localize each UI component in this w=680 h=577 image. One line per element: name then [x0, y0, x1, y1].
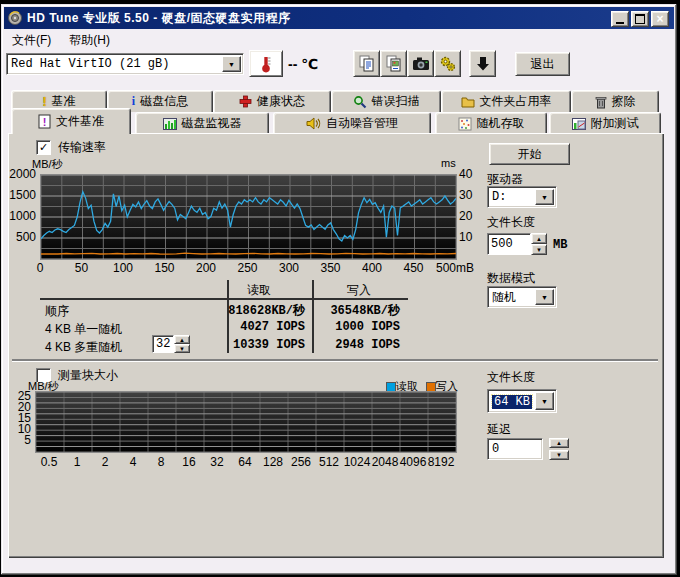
check-icon: ✓ — [39, 142, 48, 153]
drive-select-arrow[interactable]: ▼ — [222, 56, 241, 72]
tick-label: 350 — [311, 261, 351, 275]
block-size-label: 测量块大小 — [58, 367, 118, 384]
delay-up-button[interactable]: ▲ — [549, 438, 569, 448]
temperature-readout: -- ℃ — [288, 56, 318, 72]
tick-label: 400 — [352, 261, 392, 275]
data-mode-dropdown[interactable]: 随机 ▼ — [487, 286, 557, 308]
row-4k-multi-read: 10339 IOPS — [213, 338, 305, 352]
tab-label: 错误扫描 — [372, 93, 420, 110]
tick-label: 450 — [394, 261, 434, 275]
temperature-button[interactable] — [249, 50, 283, 77]
tick-label: 1500 — [8, 188, 36, 202]
tab-extra-tests[interactable]: 附加测试 — [549, 112, 661, 134]
tab-label: 磁盘信息 — [140, 93, 188, 110]
tab-file-benchmark[interactable]: ! 文件基准 — [11, 108, 131, 134]
queue-depth-value: 32 — [152, 335, 174, 353]
spin-up-button[interactable]: ▲ — [174, 335, 190, 344]
start-button[interactable]: 开始 — [489, 143, 570, 165]
tab-label: 附加测试 — [591, 115, 639, 132]
tab-random-access[interactable]: 随机存取 — [435, 112, 547, 134]
row-4k-single-write: 1000 IOPS — [314, 320, 400, 334]
table-header-rule — [40, 298, 408, 300]
tab-label: 擦除 — [612, 93, 636, 110]
drive-dropdown-value: D: — [488, 190, 533, 204]
magnifier-icon — [353, 95, 367, 109]
menu-file[interactable]: 文件(F) — [10, 31, 53, 50]
maximize-button[interactable] — [631, 11, 649, 27]
save-results-button[interactable] — [469, 50, 496, 77]
delay-value: 0 — [488, 442, 542, 456]
tab-health[interactable]: 健康状态 — [213, 90, 331, 112]
delay-down-button[interactable]: ▼ — [549, 450, 569, 460]
tab-label: 文件基准 — [56, 113, 104, 130]
extra-tests-icon — [572, 118, 586, 130]
row-sequential-read: 818628KB/秒 — [213, 302, 305, 319]
tick-label: 1000 — [8, 209, 36, 223]
section-divider — [12, 359, 658, 361]
copy-text-button[interactable] — [353, 50, 380, 77]
file-exclamation-icon: ! — [38, 114, 51, 129]
exit-button-label: 退出 — [531, 56, 555, 73]
options-button[interactable] — [434, 50, 461, 77]
top-chart-y2label: ms — [441, 157, 456, 169]
spin-down-button[interactable]: ▼ — [174, 344, 190, 353]
minimize-button[interactable] — [611, 11, 629, 27]
close-icon: × — [656, 13, 663, 25]
svg-text:!: ! — [43, 116, 47, 128]
spin-up-button[interactable]: ▲ — [531, 233, 547, 244]
close-button[interactable]: × — [651, 11, 669, 27]
data-mode-arrow[interactable]: ▼ — [535, 289, 554, 305]
row-sequential-label: 顺序 — [45, 303, 69, 320]
tab-folder-usage[interactable]: 文件夹占用率 — [441, 90, 571, 112]
delay-input[interactable]: 0 — [487, 438, 543, 460]
screenshot-button[interactable] — [407, 50, 434, 77]
table-header-read: 读取 — [209, 282, 309, 299]
info-icon: i — [132, 94, 135, 109]
tick-label: 20 — [459, 209, 479, 223]
folder-icon — [461, 96, 475, 108]
trash-icon — [595, 95, 607, 109]
file-length2-arrow[interactable]: ▼ — [535, 392, 554, 410]
drive-dropdown[interactable]: D: ▼ — [487, 186, 557, 208]
tick-label: 100 — [103, 261, 143, 275]
row-4k-multi-label: 4 KB 多重随机 — [45, 339, 122, 356]
chevron-down-icon: ▼ — [228, 61, 235, 68]
tab-label: 随机存取 — [477, 115, 525, 132]
tab-label: 健康状态 — [257, 93, 305, 110]
file-length-spinner[interactable]: 500 ▲ ▼ — [487, 233, 547, 255]
transfer-rate-option: ✓ 传输速率 — [36, 139, 106, 156]
tab-aam[interactable]: 自动噪音管理 — [273, 112, 431, 134]
transfer-rate-checkbox[interactable]: ✓ — [36, 140, 51, 155]
chevron-down-icon: ▼ — [541, 194, 548, 201]
data-mode-label: 数据模式 — [487, 270, 535, 287]
top-chart-ylabel: MB/秒 — [32, 157, 63, 172]
menu-bar: 文件(F) 帮助(H) — [4, 31, 674, 50]
file-benchmark-page: ✓ 传输速率 MB/秒 ms 200015001000500 40302010 … — [8, 133, 664, 558]
copy-text-icon — [358, 55, 375, 72]
thermometer-icon — [259, 54, 273, 74]
title-bar[interactable]: HD Tune 专业版 5.50 - 硬盘/固态硬盘实用程序 × — [4, 7, 674, 29]
delay-label: 延迟 — [487, 421, 511, 438]
exit-button[interactable]: 退出 — [515, 52, 570, 76]
gears-icon — [439, 55, 457, 73]
drive-select[interactable]: Red Hat VirtIO (21 gB) ▼ — [6, 53, 244, 75]
tick-label: 2000 — [8, 167, 36, 181]
menu-help[interactable]: 帮助(H) — [67, 31, 112, 50]
queue-depth-spinner[interactable]: 32 ▲ ▼ — [152, 335, 190, 353]
tab-disk-monitor[interactable]: 磁盘监视器 — [135, 112, 269, 134]
tab-error-scan[interactable]: 错误扫描 — [331, 90, 441, 112]
app-icon — [8, 11, 22, 25]
spin-down-button[interactable]: ▼ — [531, 244, 547, 255]
chevron-down-icon: ▼ — [541, 398, 548, 405]
tab-erase[interactable]: 擦除 — [571, 90, 659, 112]
file-length2-label: 文件长度 — [487, 369, 535, 386]
data-mode-value: 随机 — [488, 289, 533, 306]
tick-label: 250 — [228, 261, 268, 275]
copy-image-button[interactable] — [380, 50, 407, 77]
file-length2-dropdown[interactable]: 64 KB ▼ — [487, 389, 557, 413]
tick-label: 200 — [186, 261, 226, 275]
drive-dropdown-arrow[interactable]: ▼ — [535, 189, 554, 205]
random-dots-icon — [458, 117, 472, 131]
row-sequential-write: 36548KB/秒 — [314, 302, 400, 319]
copy-image-icon — [385, 55, 402, 72]
